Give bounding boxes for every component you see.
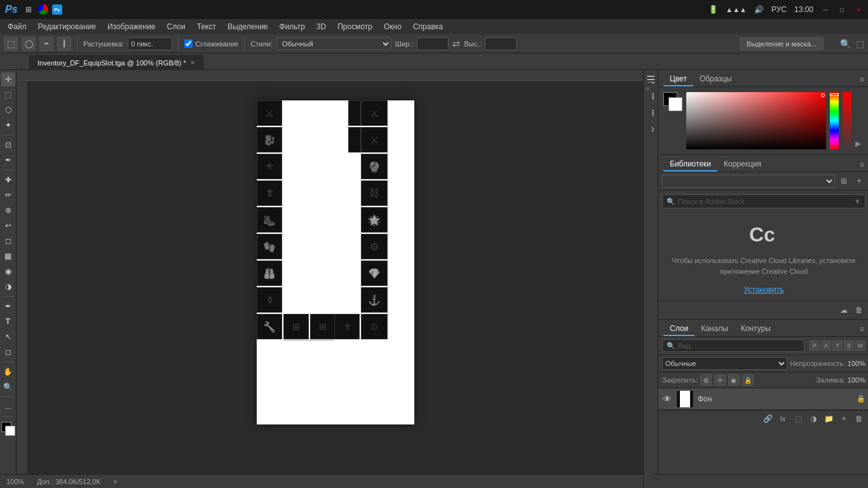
move-tool-btn[interactable]: ✛ bbox=[1, 72, 15, 86]
gradient-btn[interactable]: ▩ bbox=[1, 249, 15, 263]
filter-pixel-icon[interactable]: P bbox=[810, 341, 820, 351]
new-layer-btn[interactable]: + bbox=[837, 412, 850, 425]
eyedropper-btn[interactable]: ✒ bbox=[1, 153, 15, 167]
tab-layers[interactable]: Слои bbox=[663, 322, 695, 336]
tab-correction[interactable]: Коррекция bbox=[717, 158, 768, 172]
tab-close-button[interactable]: ✕ bbox=[190, 59, 195, 66]
workspace-icon[interactable]: ⬚ bbox=[856, 39, 864, 49]
history-brush-btn[interactable]: ↩ bbox=[1, 219, 15, 233]
document-tab[interactable]: Inventory_DF_EquipSlot.tga @ 100% (RGB/8… bbox=[29, 55, 203, 69]
menu-file[interactable]: Файл bbox=[3, 21, 32, 32]
menu-window[interactable]: Окно bbox=[379, 21, 407, 32]
dodge-btn[interactable]: ◑ bbox=[1, 280, 15, 294]
zoom-btn[interactable]: 🔍 bbox=[1, 380, 15, 394]
layers-search[interactable]: 🔍 Вид bbox=[662, 339, 804, 352]
layers-panel-menu[interactable]: ≡ bbox=[860, 325, 864, 334]
link-layers-btn[interactable]: 🔗 bbox=[761, 412, 774, 425]
selection-tool-btn[interactable]: ⬚ bbox=[1, 88, 15, 102]
libraries-search[interactable]: 🔍 Поиск в Adobe Stock ▼ bbox=[662, 194, 865, 208]
tab-color[interactable]: Цвет bbox=[663, 72, 693, 86]
search-dropdown[interactable]: ▼ bbox=[854, 198, 861, 205]
text-btn[interactable]: T bbox=[1, 315, 15, 329]
shir-input[interactable] bbox=[417, 37, 449, 50]
menu-text[interactable]: Текст bbox=[192, 21, 221, 32]
sglazivanie-checkbox[interactable] bbox=[184, 39, 193, 48]
search-icon-right[interactable]: 🔍 bbox=[840, 39, 851, 49]
menu-view[interactable]: Просмотр bbox=[332, 21, 377, 32]
install-link[interactable]: Установить bbox=[744, 285, 784, 294]
lock-all-btn[interactable]: 🔒 bbox=[742, 374, 754, 386]
filter-sm-icon[interactable]: M bbox=[855, 341, 865, 351]
shape-btn[interactable]: ◻ bbox=[1, 345, 15, 359]
menu-3d[interactable]: 3D bbox=[311, 21, 331, 32]
photoshop-icon[interactable]: Ps bbox=[52, 4, 62, 15]
blur-btn[interactable]: ◉ bbox=[1, 264, 15, 278]
rastushevka-input[interactable] bbox=[128, 37, 172, 50]
minimize-button[interactable]: ─ bbox=[821, 5, 830, 14]
color-panel-menu[interactable]: ≡ bbox=[860, 75, 864, 84]
menu-image[interactable]: Изображение bbox=[102, 21, 161, 32]
adjustment-layer-btn[interactable]: ◑ bbox=[807, 412, 820, 425]
clone-btn[interactable]: ⊕ bbox=[1, 203, 15, 217]
menu-layers[interactable]: Слои bbox=[162, 21, 191, 32]
lib-delete-icon[interactable]: 🗑 bbox=[853, 304, 865, 316]
slot-icon: ⊞ bbox=[285, 316, 307, 337]
library-grid-view[interactable]: ⊞ bbox=[837, 175, 850, 187]
layer-item-bg[interactable]: 👁 Фон 🔒 bbox=[658, 388, 868, 410]
pen-btn[interactable]: ✒ bbox=[1, 299, 15, 313]
stili-select[interactable]: Обычный Фиксированное соотношение Фиксир… bbox=[276, 37, 391, 50]
library-add-btn[interactable]: + bbox=[853, 175, 865, 187]
hand-btn[interactable]: ✋ bbox=[1, 365, 15, 379]
select-single-row-btn[interactable]: ━ bbox=[39, 37, 53, 51]
bg-color-swatch[interactable] bbox=[5, 426, 15, 436]
select-single-col-btn[interactable]: ┃ bbox=[57, 37, 71, 51]
alpha-slider[interactable] bbox=[843, 92, 851, 149]
blend-mode-select[interactable]: Обычные bbox=[662, 357, 787, 370]
expand-icon[interactable]: ▶ bbox=[855, 92, 864, 149]
brush-btn[interactable]: ✏ bbox=[1, 188, 15, 202]
menu-help[interactable]: Справка bbox=[408, 21, 448, 32]
eraser-btn[interactable]: ◻ bbox=[1, 234, 15, 248]
lock-position-btn[interactable]: ✛ bbox=[714, 374, 726, 386]
swap-icon[interactable]: ⇄ bbox=[452, 39, 460, 49]
lasso-tool-btn[interactable]: ⬡ bbox=[1, 103, 15, 117]
magic-wand-btn[interactable]: ✦ bbox=[1, 118, 15, 132]
mask-button[interactable]: Выделение и маска... bbox=[740, 37, 824, 50]
tab-libraries[interactable]: Библиотеки bbox=[663, 158, 717, 172]
delete-layer-btn[interactable]: 🗑 bbox=[853, 412, 865, 425]
select-ellipse-btn[interactable]: ◯ bbox=[22, 37, 36, 51]
layer-styles-btn[interactable]: fx bbox=[776, 412, 789, 425]
maximize-button[interactable]: □ bbox=[837, 5, 846, 14]
menu-selection[interactable]: Выделение bbox=[222, 21, 273, 32]
panel-collapse-btn[interactable]: « bbox=[643, 83, 652, 488]
more-btn[interactable]: … bbox=[1, 400, 15, 414]
add-mask-btn[interactable]: ⬚ bbox=[792, 412, 804, 425]
library-select[interactable] bbox=[662, 175, 835, 187]
menu-edit[interactable]: Редактирование bbox=[33, 21, 101, 32]
divider-2 bbox=[178, 37, 179, 50]
group-layers-btn[interactable]: 📁 bbox=[822, 412, 835, 425]
lock-artboard-btn[interactable]: ◉ bbox=[728, 374, 740, 386]
gradient-picker[interactable] bbox=[686, 92, 826, 149]
tab-channels[interactable]: Каналы bbox=[695, 322, 735, 336]
path-select-btn[interactable]: ↖ bbox=[1, 330, 15, 344]
vys-input[interactable] bbox=[485, 37, 517, 50]
select-rect-btn[interactable]: ⬚ bbox=[4, 37, 18, 51]
chrome-icon[interactable] bbox=[38, 4, 48, 15]
lock-pixel-btn[interactable]: ⊞ bbox=[700, 374, 712, 386]
lib-cloud-icon[interactable]: ☁ bbox=[837, 304, 850, 316]
windows-icon[interactable]: ⊞ bbox=[23, 4, 34, 15]
filter-adj-icon[interactable]: A bbox=[821, 341, 831, 351]
menu-filter[interactable]: Фильтр bbox=[275, 21, 310, 32]
close-button[interactable]: ✕ bbox=[854, 5, 863, 14]
tab-paths[interactable]: Контуры bbox=[735, 322, 777, 336]
crop-btn[interactable]: ⊡ bbox=[1, 138, 15, 152]
bg-chip[interactable] bbox=[668, 97, 682, 111]
hue-slider[interactable] bbox=[830, 92, 839, 149]
layer-visibility-btn[interactable]: 👁 bbox=[662, 394, 672, 404]
filter-text-icon[interactable]: T bbox=[832, 341, 843, 351]
tab-samples[interactable]: Образцы bbox=[693, 72, 738, 86]
filter-shape-icon[interactable]: S bbox=[844, 341, 854, 351]
healing-btn[interactable]: ✚ bbox=[1, 173, 15, 187]
libraries-panel-menu[interactable]: ≡ bbox=[860, 160, 864, 169]
